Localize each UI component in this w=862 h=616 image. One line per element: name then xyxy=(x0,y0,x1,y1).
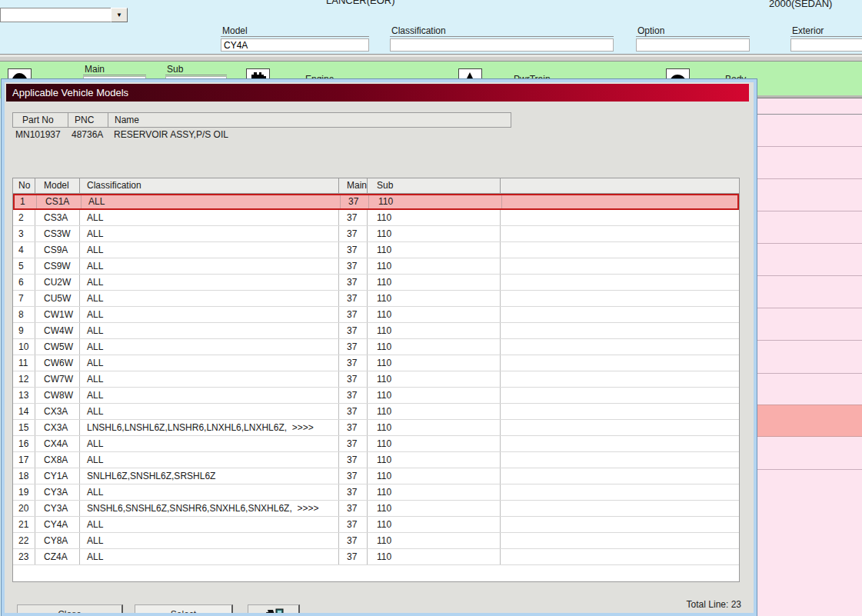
row-filler xyxy=(501,242,739,258)
dialog-titlebar[interactable]: Applicable Vehicle Models xyxy=(6,84,749,102)
model-label: Model xyxy=(221,25,369,37)
model-row[interactable]: 2 CS3A ALL 37 110 xyxy=(13,210,739,226)
model-row[interactable]: 11 CW6W ALL 37 110 xyxy=(13,355,739,371)
vehicle-spec: 2000(SEDAN) xyxy=(769,0,832,9)
row-main: 37 xyxy=(339,420,368,435)
model-row[interactable]: 10 CW5W ALL 37 110 xyxy=(13,339,739,355)
row-main: 37 xyxy=(339,355,368,371)
row-classification: ALL xyxy=(80,436,339,451)
model-row[interactable]: 9 CW4W ALL 37 110 xyxy=(13,323,739,339)
row-no: 4 xyxy=(13,242,35,258)
dialog-title: Applicable Vehicle Models xyxy=(12,87,128,98)
row-no: 22 xyxy=(13,533,35,548)
row-sub: 110 xyxy=(368,420,501,435)
row-classification: ALL xyxy=(80,339,339,355)
row-classification: ALL xyxy=(80,404,339,419)
model-row[interactable]: 17 CX8A ALL 37 110 xyxy=(13,452,739,468)
row-model: CU2W xyxy=(35,275,80,290)
model-row[interactable]: 23 CZ4A ALL 37 110 xyxy=(13,549,739,565)
row-no: 1 xyxy=(15,195,37,208)
row-model: CW5W xyxy=(35,339,80,355)
row-sub: 110 xyxy=(369,195,502,208)
row-filler xyxy=(501,549,739,564)
col-header-no[interactable]: No xyxy=(13,178,35,193)
row-no: 12 xyxy=(13,371,35,387)
row-classification: ALL xyxy=(80,307,339,322)
row-filler xyxy=(501,484,739,500)
col-header-main[interactable]: Main xyxy=(339,178,368,193)
model-row[interactable]: 18 CY1A SNLHL6Z,SNSHL6Z,SRSHL6Z 37 110 xyxy=(13,468,739,484)
option-input[interactable] xyxy=(636,38,750,52)
row-filler xyxy=(501,468,739,484)
chevron-down-icon[interactable]: ▼ xyxy=(111,8,128,22)
model-row[interactable]: 22 CY8A ALL 37 110 xyxy=(13,533,739,549)
row-classification: SNLHL6Z,SNSHL6Z,SRSHL6Z xyxy=(80,468,339,484)
part-no-value: MN101937 xyxy=(12,129,68,142)
row-filler xyxy=(501,436,739,451)
model-row[interactable]: 5 CS9W ALL 37 110 xyxy=(13,258,739,275)
col-header-model[interactable]: Model xyxy=(35,178,80,193)
row-no: 2 xyxy=(13,210,35,225)
col-header-sub[interactable]: Sub xyxy=(368,178,501,193)
list-row-divider xyxy=(757,114,862,115)
pnc-value: 48736A xyxy=(68,129,108,142)
row-model: CZ4A xyxy=(35,549,80,564)
row-classification: ALL xyxy=(80,533,339,548)
row-main: 37 xyxy=(339,210,368,225)
row-no: 5 xyxy=(13,258,35,274)
model-input[interactable] xyxy=(221,38,369,52)
model-row[interactable]: 4 CS9A ALL 37 110 xyxy=(13,242,739,258)
row-no: 21 xyxy=(13,517,35,532)
row-classification: ALL xyxy=(80,242,339,258)
row-main: 37 xyxy=(339,371,368,387)
list-row-divider xyxy=(757,373,862,374)
row-sub: 110 xyxy=(368,404,501,419)
row-model: CX3A xyxy=(35,404,80,419)
row-main: 37 xyxy=(341,195,369,208)
model-row[interactable]: 21 CY4A ALL 37 110 xyxy=(13,517,739,533)
model-row[interactable]: 19 CY3A ALL 37 110 xyxy=(13,484,739,501)
model-row[interactable]: 6 CU2W ALL 37 110 xyxy=(13,275,739,291)
row-filler xyxy=(501,517,739,532)
row-model: CS9A xyxy=(35,242,80,258)
row-filler xyxy=(501,323,739,338)
row-sub: 110 xyxy=(368,307,501,322)
row-main: 37 xyxy=(339,436,368,451)
row-no: 14 xyxy=(13,404,35,419)
model-row[interactable]: 3 CS3W ALL 37 110 xyxy=(13,226,739,242)
model-row[interactable]: 14 CX3A ALL 37 110 xyxy=(13,404,739,420)
row-filler xyxy=(501,307,739,322)
list-row-divider xyxy=(757,308,862,308)
model-row[interactable]: 20 CY3A SNSHL6,SNSHL6Z,SNSHR6,SNXHL6,SNX… xyxy=(13,501,739,517)
exterior-input[interactable] xyxy=(790,38,862,52)
vehicle-combo-input[interactable] xyxy=(0,8,111,22)
row-model: CW7W xyxy=(35,371,80,387)
model-row[interactable]: 1 CS1A ALL 37 110 xyxy=(13,194,739,210)
select-button[interactable]: Select xyxy=(135,604,233,616)
model-row[interactable]: 15 CX3A LNSHL6,LNSHL6Z,LNSHR6,LNXHL6,LNX… xyxy=(13,420,739,436)
name-header: Name xyxy=(108,113,511,127)
row-filler xyxy=(501,210,739,225)
model-row[interactable]: 13 CW8W ALL 37 110 xyxy=(13,388,739,404)
col-header-classification[interactable]: Classification xyxy=(80,178,339,193)
row-classification: ALL xyxy=(80,371,339,387)
close-button[interactable]: Close xyxy=(17,604,123,616)
model-row[interactable]: 8 CW1W ALL 37 110 xyxy=(13,307,739,323)
model-row[interactable]: 16 CX4A ALL 37 110 xyxy=(13,436,739,452)
row-no: 17 xyxy=(13,452,35,468)
background-list-panel xyxy=(757,98,862,616)
model-row[interactable]: 12 CW7W ALL 37 110 xyxy=(13,371,739,388)
row-classification: ALL xyxy=(80,452,339,468)
row-main: 37 xyxy=(339,291,368,306)
row-main: 37 xyxy=(339,484,368,500)
classification-input[interactable] xyxy=(390,38,614,52)
model-row[interactable]: 7 CU5W ALL 37 110 xyxy=(13,291,739,307)
row-model: CW4W xyxy=(35,323,80,338)
models-table-header: No Model Classification Main Sub xyxy=(13,178,739,194)
row-sub: 110 xyxy=(368,242,501,258)
print-button[interactable] xyxy=(248,604,300,616)
vehicle-name: LANCER(EOR) xyxy=(326,0,395,6)
row-no: 11 xyxy=(13,355,35,371)
list-row-divider xyxy=(757,469,862,470)
row-classification: ALL xyxy=(80,226,339,241)
